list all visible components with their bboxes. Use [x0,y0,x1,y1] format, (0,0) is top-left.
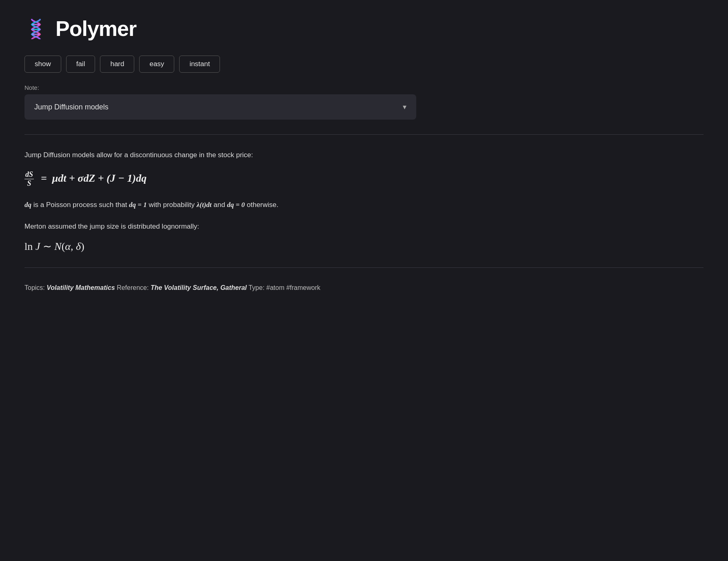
footer-ref-value: The Volatility Surface, Gatheral [151,284,247,291]
app-title: Polymer [55,16,136,41]
footer-topics-prefix: Topics: [24,284,47,291]
formula-1: dS S = μdt + σdZ + (J − 1)dq [24,170,416,188]
dq-eq2-symbol: dq = 0 [227,201,245,209]
bottom-divider [24,267,704,268]
footer-topics-value: Volatility Mathematics [47,284,115,291]
footer-type-prefix: Type: [249,284,266,291]
content-intro-text: Jump Diffusion models allow for a discon… [24,149,416,160]
note-label: Note: [24,84,704,91]
merton-text: Merton assumed the jump size is distribu… [24,221,416,232]
dq-poisson-text: dq is a Poisson process such that dq = 1… [24,199,416,211]
dq-eq1-symbol: dq = 1 [129,201,147,209]
note-dropdown[interactable]: Jump Diffusion models ▾ [24,94,416,120]
lambda-expr-symbol: λ(t)dt [197,201,212,209]
app-logo [24,16,49,41]
action-buttons-bar: show fail hard easy instant [24,56,704,73]
footer-type-value: #atom #framework [266,284,321,291]
dq-symbol-1: dq [24,201,31,209]
note-section: Note: Jump Diffusion models ▾ [24,84,704,120]
formula-2: ln J ∼ N(α, δ) [24,240,416,253]
show-button[interactable]: show [24,56,61,73]
chevron-down-icon: ▾ [403,102,406,111]
content-section: Jump Diffusion models allow for a discon… [24,149,416,253]
app-header: Polymer [24,16,704,41]
easy-button[interactable]: easy [139,56,174,73]
hard-button[interactable]: hard [100,56,134,73]
note-dropdown-value: Jump Diffusion models [34,103,109,111]
footer-ref-prefix: Reference: [117,284,151,291]
top-divider [24,134,704,135]
instant-button[interactable]: instant [179,56,220,73]
footer-section: Topics: Volatility Mathematics Reference… [24,283,704,293]
fail-button[interactable]: fail [66,56,95,73]
